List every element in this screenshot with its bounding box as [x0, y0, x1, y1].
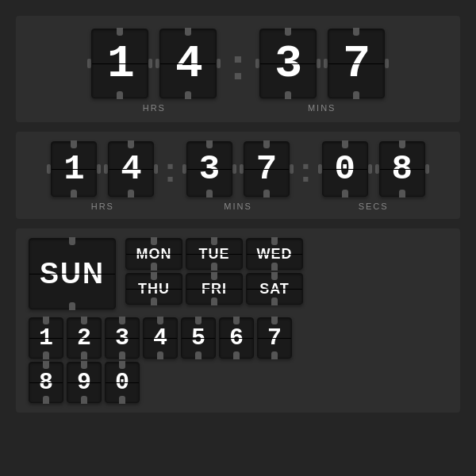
thu-wrapper: THU: [125, 273, 182, 305]
main-container: 1 4: [0, 0, 476, 476]
digit-3-tile[interactable]: 3: [105, 317, 140, 359]
digit-4-value: 4: [153, 324, 167, 351]
clip-right: [154, 164, 158, 174]
top-clip: [151, 237, 157, 245]
digit-0-tile[interactable]: 0: [105, 362, 140, 403]
digit-6-wrapper: 6: [219, 317, 254, 359]
thu-tile[interactable]: THU: [125, 273, 182, 305]
top-clip: [233, 317, 240, 324]
sat-label: SAT: [259, 281, 290, 298]
med-m1-wrapper: 3: [182, 141, 236, 197]
med-s1-wrapper: 0: [318, 141, 372, 197]
med-s1-value: 0: [334, 149, 355, 189]
med-h1-wrapper: 1: [47, 141, 101, 197]
med-h1-tile: 1: [51, 141, 97, 197]
digit-7-tile[interactable]: 7: [257, 317, 292, 359]
hour-flip-2[interactable]: 4: [159, 29, 217, 98]
digit-6-tile[interactable]: 6: [219, 317, 254, 359]
digit-5-tile[interactable]: 5: [181, 317, 216, 359]
bot-clip: [117, 91, 123, 99]
clip-right: [385, 59, 389, 68]
digit-3-value: 3: [115, 324, 129, 351]
tue-label: TUE: [199, 246, 230, 263]
digit-8-tile[interactable]: 8: [29, 362, 63, 403]
tue-wrapper: TUE: [186, 238, 243, 270]
min-flip-1[interactable]: 3: [259, 29, 317, 98]
wed-tile[interactable]: WED: [246, 238, 303, 270]
mon-label: MON: [136, 246, 172, 263]
med-s2-wrapper: 8: [375, 141, 429, 197]
min-flip-2[interactable]: 7: [328, 29, 385, 98]
days-grid: MON TUE WED: [125, 238, 303, 305]
wed-label: WED: [257, 246, 293, 263]
med-m2-value: 7: [256, 149, 277, 189]
sat-tile[interactable]: SAT: [246, 273, 303, 305]
bot-clip: [233, 351, 240, 359]
colon-sep-med-1: :: [164, 150, 176, 202]
hour-tile-2: 4: [159, 29, 217, 98]
bot-clip: [353, 91, 359, 99]
bot-clip: [342, 190, 348, 198]
top-clip: [263, 140, 270, 148]
med-s2-tile: 8: [379, 141, 425, 197]
top-clip: [342, 140, 348, 148]
fri-tile[interactable]: FRI: [186, 273, 243, 305]
bot-clip: [157, 351, 163, 359]
top-clip: [43, 317, 49, 324]
sun-tile[interactable]: SUN: [29, 238, 116, 309]
top-clip: [119, 317, 125, 324]
med-h2-tile: 4: [108, 141, 154, 197]
digit-1-tile[interactable]: 1: [29, 317, 63, 359]
clock-medium: 1 4: [16, 132, 460, 219]
med-h2-value: 4: [121, 149, 141, 189]
clip-right: [97, 164, 101, 174]
mins-tiles-large: 3 7: [255, 29, 389, 98]
bot-clip: [271, 263, 278, 271]
mins-label-med: MINS: [224, 202, 252, 211]
top-clip: [211, 237, 217, 245]
med-s1-flip[interactable]: 0: [322, 141, 368, 197]
tue-tile[interactable]: TUE: [186, 238, 243, 270]
mins-group-med: 3 7: [182, 141, 294, 211]
digit-1-wrapper: 1: [29, 317, 63, 359]
med-h2-flip[interactable]: 4: [108, 141, 154, 197]
top-clip: [271, 317, 278, 324]
bot-clip: [271, 298, 278, 305]
top-clip: [185, 28, 191, 36]
digit-7-value: 7: [267, 324, 282, 351]
min-digit-1-value: 3: [274, 38, 301, 90]
clip-right: [425, 164, 429, 174]
bot-clip: [271, 351, 278, 359]
top-clip: [157, 317, 163, 324]
digit-1-value: 1: [39, 324, 53, 351]
med-m1-flip[interactable]: 3: [186, 141, 232, 197]
days-digits-section: SUN MON: [16, 228, 460, 413]
med-h1-flip[interactable]: 1: [51, 141, 97, 197]
thu-label: THU: [138, 281, 170, 298]
hour-flip-1[interactable]: 1: [91, 29, 148, 98]
mon-tile[interactable]: MON: [125, 238, 182, 270]
top-clip: [285, 28, 291, 36]
med-m2-wrapper: 7: [240, 141, 294, 197]
med-m1-tile: 3: [186, 141, 232, 197]
top-clip: [43, 361, 49, 369]
med-h2-wrapper: 4: [104, 141, 158, 197]
digit-2-wrapper: 2: [67, 317, 102, 359]
digit-2-tile[interactable]: 2: [67, 317, 102, 359]
top-clip: [271, 272, 278, 280]
bot-clip: [206, 190, 213, 198]
top-clip: [69, 237, 75, 245]
med-m2-flip[interactable]: 7: [244, 141, 290, 197]
hours-group-large: 1 4: [87, 29, 221, 113]
digit-9-tile[interactable]: 9: [67, 362, 102, 403]
digit-5-value: 5: [191, 324, 205, 351]
secs-group-med: 0 8: [318, 141, 429, 211]
digit-4-tile[interactable]: 4: [143, 317, 178, 359]
med-s2-flip[interactable]: 8: [379, 141, 425, 197]
hour-digit-1-value: 1: [107, 38, 133, 90]
secs-tiles-med: 0 8: [318, 141, 429, 197]
min-digit-2-value: 7: [343, 38, 369, 90]
sun-label: SUN: [40, 257, 105, 290]
top-clip: [399, 140, 405, 148]
bot-clip: [263, 190, 270, 198]
